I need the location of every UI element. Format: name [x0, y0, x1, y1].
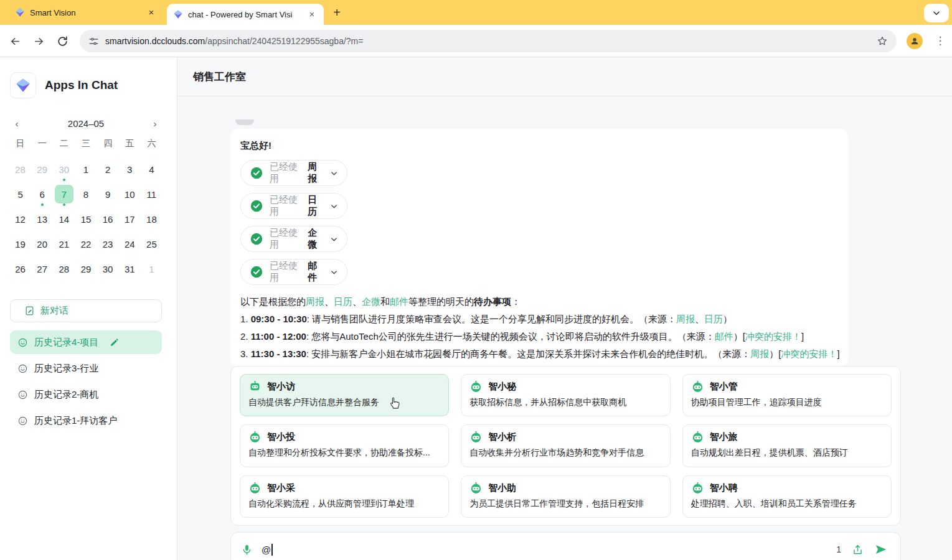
calendar-cell: 11: [141, 182, 163, 207]
inline-link[interactable]: 周报: [306, 296, 324, 307]
agent-name: 智小管: [710, 381, 738, 393]
agent-card-智小聘[interactable]: 智小聘处理招聘、入职、培训和员工关系管理任务: [682, 475, 892, 518]
tab-search-button[interactable]: [924, 4, 949, 22]
history-item-1[interactable]: 历史记录1-拜访客户: [10, 409, 162, 432]
calendar-day[interactable]: 7: [55, 185, 73, 203]
upload-icon[interactable]: [852, 544, 864, 556]
calendar-day[interactable]: 3: [120, 160, 139, 179]
calendar-day[interactable]: 18: [142, 210, 161, 228]
calendar-day[interactable]: 2: [98, 160, 117, 179]
agent-card-智小析[interactable]: 智小析自动收集并分析行业市场趋势和竞争对手信息: [461, 424, 670, 467]
calendar-day[interactable]: 29: [33, 160, 52, 179]
calendar-day[interactable]: 12: [11, 210, 30, 228]
calendar-prev-button[interactable]: ‹: [9, 116, 24, 131]
calendar-day[interactable]: 16: [98, 210, 117, 228]
back-button[interactable]: [4, 30, 26, 52]
calendar-day[interactable]: 6: [33, 185, 52, 203]
calendar-day[interactable]: 13: [33, 210, 52, 228]
calendar-day[interactable]: 29: [77, 259, 95, 278]
agent-card-智小助[interactable]: 智小助为员工提供日常工作管理支持，包括日程安排: [461, 475, 670, 518]
microphone-icon[interactable]: [241, 544, 253, 556]
calendar-day[interactable]: 23: [98, 235, 117, 253]
inline-link[interactable]: 日历: [704, 314, 723, 324]
agent-card-header: 智小助: [469, 482, 661, 495]
inline-link[interactable]: 日历: [334, 296, 352, 307]
new-chat-button[interactable]: 新对话: [10, 299, 162, 322]
calendar-day[interactable]: 28: [55, 259, 73, 278]
agent-description: 协助项目管理工作，追踪项目进度: [691, 397, 883, 408]
tool-used-pill-日历[interactable]: 已经使用日历: [240, 193, 347, 219]
close-icon[interactable]: ×: [146, 7, 157, 18]
calendar-next-button[interactable]: ›: [148, 116, 163, 131]
calendar-day[interactable]: 30: [98, 259, 117, 278]
send-icon[interactable]: [874, 543, 888, 556]
chevron-down-icon[interactable]: [330, 169, 338, 177]
calendar-day[interactable]: 20: [33, 235, 52, 253]
calendar-day[interactable]: 31: [120, 259, 139, 278]
calendar-day[interactable]: 10: [120, 185, 139, 203]
agent-card-智小访[interactable]: 智小访自动提供客户拜访信息并整合服务: [240, 374, 449, 416]
calendar-day[interactable]: 8: [77, 185, 95, 203]
agent-card-智小管[interactable]: 智小管协助项目管理工作，追踪项目进度: [682, 374, 892, 416]
close-icon[interactable]: ×: [306, 9, 318, 20]
calendar-day[interactable]: 11: [142, 185, 161, 203]
calendar-cell: 31: [119, 256, 141, 281]
calendar-day[interactable]: 28: [11, 160, 30, 179]
tab-smart-vision[interactable]: Smart Vision ×: [9, 0, 163, 25]
inline-link[interactable]: 周报: [676, 314, 695, 324]
calendar-day[interactable]: 21: [55, 235, 73, 253]
bookmark-star-icon[interactable]: [877, 35, 888, 47]
forward-button[interactable]: [27, 30, 50, 52]
agent-card-智小旅[interactable]: 智小旅自动规划出差日程，提供机票、酒店预订: [682, 424, 892, 467]
text-segment: 3.: [240, 348, 251, 359]
edit-pencil-icon[interactable]: [110, 338, 119, 347]
calendar-day[interactable]: 25: [142, 235, 161, 253]
chevron-down-icon[interactable]: [330, 202, 338, 210]
inline-link[interactable]: 冲突的安排！: [781, 348, 837, 359]
calendar-day[interactable]: 14: [55, 210, 73, 228]
calendar-day[interactable]: 1: [142, 259, 161, 278]
calendar-day[interactable]: 4: [142, 160, 161, 179]
url-bar[interactable]: smartvision.dcclouds.com/appsinchat/2404…: [80, 30, 897, 52]
calendar-day[interactable]: 15: [77, 210, 95, 228]
agent-card-智小秘[interactable]: 智小秘获取招标信息，并从招标信息中获取商机: [461, 374, 670, 416]
tool-used-pill-周报[interactable]: 已经使用周报: [240, 160, 347, 186]
history-item-3[interactable]: 历史记录3-行业: [10, 357, 162, 380]
calendar-day[interactable]: 27: [33, 259, 52, 278]
history-item-2[interactable]: 历史记录2-商机: [10, 383, 162, 406]
chevron-down-icon[interactable]: [330, 235, 338, 243]
inline-link[interactable]: 冲突的安排！: [745, 331, 801, 342]
tool-used-pill-邮件[interactable]: 已经使用邮件: [240, 259, 347, 285]
calendar-day[interactable]: 1: [77, 160, 95, 179]
new-tab-button[interactable]: +: [329, 5, 345, 21]
inline-link[interactable]: 周报: [750, 348, 769, 359]
calendar-day[interactable]: 24: [120, 235, 139, 253]
inline-link[interactable]: 邮件: [715, 331, 733, 342]
site-settings-icon[interactable]: [88, 36, 99, 47]
inline-link[interactable]: 邮件: [390, 296, 408, 307]
reload-button[interactable]: [51, 30, 73, 52]
app-name: Apps In Chat: [45, 78, 118, 92]
agent-card-智小采[interactable]: 智小采自动化采购流程，从供应商管理到订单处理: [240, 475, 449, 518]
chevron-down-icon[interactable]: [330, 268, 338, 276]
pill-tool-name: 日历: [308, 194, 324, 218]
text-segment: 2.: [240, 331, 251, 342]
calendar-day[interactable]: 26: [11, 259, 30, 278]
tool-used-pill-企微[interactable]: 已经使用企微: [240, 226, 347, 252]
calendar-day[interactable]: 22: [77, 235, 95, 253]
tab-chat-active[interactable]: chat - Powered by Smart Visi ×: [167, 4, 324, 25]
calendar-day[interactable]: 19: [11, 235, 30, 253]
browser-menu-button[interactable]: ⋮: [933, 34, 948, 49]
inline-link[interactable]: 企微: [362, 296, 380, 307]
agent-card-智小投[interactable]: 智小投自动整理和分析投标文件要求，协助准备投标...: [240, 424, 449, 467]
calendar-day[interactable]: 30: [55, 160, 73, 179]
calendar-day[interactable]: 17: [120, 210, 139, 228]
calendar-day[interactable]: 5: [11, 185, 30, 203]
message-input[interactable]: @: [262, 544, 836, 556]
profile-avatar[interactable]: [907, 33, 923, 49]
calendar-cell: 22: [75, 231, 97, 256]
history-item-4[interactable]: 历史记录4-项目: [10, 330, 162, 354]
chat-input-bar[interactable]: @ 1: [230, 532, 901, 560]
text-segment: : 您将与AutoTech公司的张先生进行一场关键的视频会议，讨论即将启动的软件…: [306, 331, 715, 342]
calendar-day[interactable]: 9: [98, 185, 117, 203]
